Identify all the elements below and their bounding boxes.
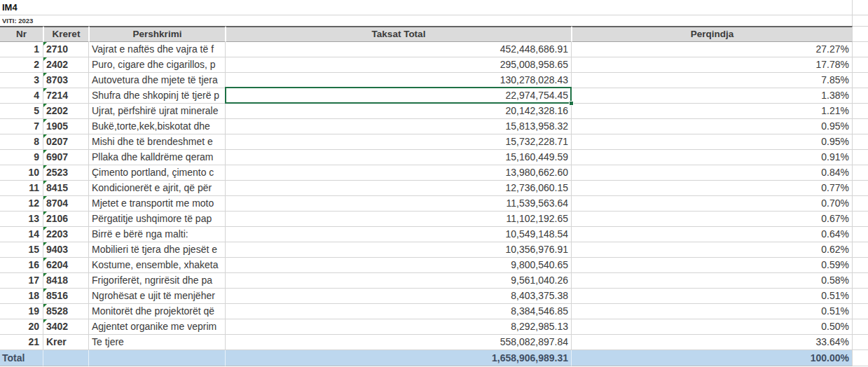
cell-taksat[interactable]: 9,800,540.65 <box>226 258 572 273</box>
cell-pershkrimi[interactable]: Ujrat, përfshirë ujrat minerale <box>89 104 226 119</box>
cell-perqindja[interactable]: 0.51% <box>572 304 853 319</box>
cell-kreret[interactable]: 2203 <box>43 227 89 242</box>
cell-pershkrimi[interactable]: Pllaka dhe kalldrëme qeram <box>89 150 226 165</box>
cell-pershkrimi[interactable]: Ngrohësat e ujit të menjëher <box>89 289 226 304</box>
cell-empty[interactable] <box>853 104 868 119</box>
column-header-nr[interactable]: Nr <box>0 26 43 42</box>
cell-kreret[interactable]: 8704 <box>43 196 89 212</box>
cell-pershkrimi[interactable]: Te tjere <box>89 335 226 350</box>
cell-empty[interactable] <box>853 289 868 304</box>
cell-perqindja[interactable]: 0.77% <box>572 181 853 196</box>
cell-empty[interactable] <box>853 88 868 104</box>
cell-nr[interactable]: 16 <box>0 258 43 273</box>
cell-kreret[interactable]: 6907 <box>43 150 89 165</box>
cell-perqindja[interactable]: 0.67% <box>572 212 853 227</box>
cell-nr[interactable]: 14 <box>0 227 43 242</box>
cell-nr[interactable]: 1 <box>0 42 43 57</box>
cell-nr[interactable]: 17 <box>0 273 43 289</box>
cell-pershkrimi[interactable]: Monitorët dhe projektorët që <box>89 304 226 319</box>
cell-perqindja[interactable]: 0.95% <box>572 134 853 150</box>
report-year[interactable]: VITI: 2023 <box>2 17 33 25</box>
total-cell-pershkrimi[interactable] <box>89 350 226 366</box>
cell-empty[interactable] <box>853 212 868 227</box>
cell-nr[interactable]: 11 <box>0 181 43 196</box>
cell-kreret[interactable]: 2202 <box>43 104 89 119</box>
cell-taksat[interactable]: 130,278,028.43 <box>226 73 572 88</box>
cell-empty[interactable] <box>853 181 868 196</box>
column-header-taksat-total[interactable]: Taksat Total <box>226 26 572 42</box>
cell-nr[interactable]: 12 <box>0 196 43 212</box>
cell-pershkrimi[interactable]: Përgatitje ushqimore të pap <box>89 212 226 227</box>
column-header-empty[interactable] <box>853 26 868 42</box>
cell-perqindja[interactable]: 0.84% <box>572 165 853 181</box>
cell-nr[interactable]: 8 <box>0 134 43 150</box>
cell-nr[interactable]: 20 <box>0 319 43 335</box>
cell-taksat[interactable]: 452,448,686.91 <box>226 42 572 57</box>
cell-nr[interactable]: 7 <box>0 119 43 134</box>
cell-pershkrimi[interactable]: Mobilieri të tjera dhe pjesët e <box>89 242 226 258</box>
total-taksat[interactable]: 1,658,906,989.31 <box>226 350 572 366</box>
cell-empty[interactable] <box>853 258 868 273</box>
cell-kreret[interactable]: 9403 <box>43 242 89 258</box>
cell-empty[interactable] <box>853 196 868 212</box>
cell-pershkrimi[interactable]: Shufra dhe shkopinj të tjerë p <box>89 88 226 104</box>
column-header-pershkrimi[interactable]: Pershkrimi <box>89 26 226 42</box>
cell-taksat[interactable]: 8,292,985.13 <box>226 319 572 335</box>
cell-pershkrimi[interactable]: Mjetet e transportit me moto <box>89 196 226 212</box>
cell-taksat[interactable]: 15,813,958.32 <box>226 119 572 134</box>
cell-kreret[interactable]: Krer <box>43 335 89 350</box>
cell-taksat[interactable]: 8,403,375.38 <box>226 289 572 304</box>
cell-empty[interactable] <box>853 242 868 258</box>
cell-kreret[interactable]: 2106 <box>43 212 89 227</box>
cell-taksat[interactable]: 10,356,976.91 <box>226 242 572 258</box>
cell-nr[interactable]: 19 <box>0 304 43 319</box>
cell-empty[interactable] <box>853 119 868 134</box>
cell-perqindja[interactable]: 0.91% <box>572 150 853 165</box>
cell-nr[interactable]: 13 <box>0 212 43 227</box>
cell-empty[interactable] <box>853 150 868 165</box>
cell-pershkrimi[interactable]: Mishi dhe të brendeshmet e <box>89 134 226 150</box>
cell-empty[interactable] <box>853 227 868 242</box>
cell-taksat[interactable]: 9,561,040.26 <box>226 273 572 289</box>
cell-taksat[interactable]: 558,082,897.84 <box>226 335 572 350</box>
cell-empty[interactable] <box>853 42 868 57</box>
column-header-perqindja[interactable]: Perqindja <box>572 26 853 42</box>
cell-perqindja[interactable]: 0.58% <box>572 273 853 289</box>
cell-pershkrimi[interactable]: Kondicionerët e ajrit, që për <box>89 181 226 196</box>
cell-taksat[interactable]: 12,736,060.15 <box>226 181 572 196</box>
cell-kreret[interactable]: 8528 <box>43 304 89 319</box>
cell-perqindja[interactable]: 1.21% <box>572 104 853 119</box>
selected-cell[interactable]: 22,974,754.45 <box>226 88 572 104</box>
cell-empty[interactable] <box>853 134 868 150</box>
cell-nr[interactable]: 4 <box>0 88 43 104</box>
total-perqindja[interactable]: 100.00% <box>572 350 853 366</box>
cell-pershkrimi[interactable]: Birrë e bërë nga malti: <box>89 227 226 242</box>
total-cell-kreret[interactable] <box>43 350 89 366</box>
cell-kreret[interactable]: 2523 <box>43 165 89 181</box>
cell-kreret[interactable]: 8415 <box>43 181 89 196</box>
cell-empty[interactable] <box>853 319 868 335</box>
cell-nr[interactable]: 10 <box>0 165 43 181</box>
cell-perqindja[interactable]: 1.38% <box>572 88 853 104</box>
cell-empty[interactable] <box>853 335 868 350</box>
cell-kreret[interactable]: 0207 <box>43 134 89 150</box>
page-title[interactable]: IM4 <box>2 2 18 13</box>
cell-pershkrimi[interactable]: Frigoriferët, ngrirësit dhe pa <box>89 273 226 289</box>
cell-pershkrimi[interactable]: Autovetura dhe mjete të tjera <box>89 73 226 88</box>
column-header-kreret[interactable]: Kreret <box>43 26 89 42</box>
total-cell-empty[interactable] <box>853 350 868 366</box>
cell-taksat[interactable]: 20,142,328.16 <box>226 104 572 119</box>
cell-empty[interactable] <box>853 273 868 289</box>
cell-empty[interactable] <box>853 73 868 88</box>
cell-perqindja[interactable]: 0.59% <box>572 258 853 273</box>
cell-nr[interactable]: 18 <box>0 289 43 304</box>
cell-empty[interactable] <box>853 165 868 181</box>
cell-pershkrimi[interactable]: Kostume, ensemble, xhaketa <box>89 258 226 273</box>
cell-kreret[interactable]: 8418 <box>43 273 89 289</box>
cell-perqindja[interactable]: 0.95% <box>572 119 853 134</box>
cell-taksat[interactable]: 15,160,449.59 <box>226 150 572 165</box>
cell-nr[interactable]: 3 <box>0 73 43 88</box>
cell-taksat[interactable]: 11,539,563.64 <box>226 196 572 212</box>
cell-pershkrimi[interactable]: Agjentet organike me veprim <box>89 319 226 335</box>
cell-perqindja[interactable]: 27.27% <box>572 42 853 57</box>
